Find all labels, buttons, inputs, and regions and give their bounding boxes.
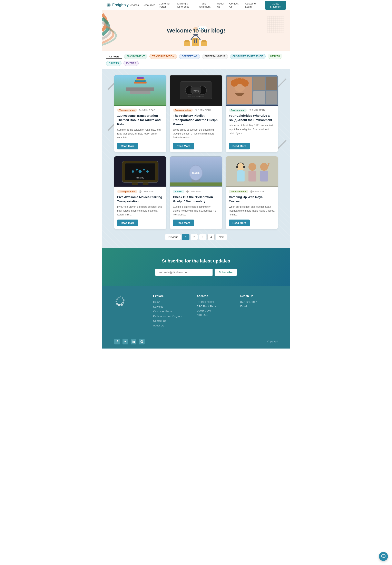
card-2-read-time: 1 MIN READ [195, 109, 211, 111]
svg-rect-6 [193, 38, 198, 40]
linkedin-icon[interactable] [131, 339, 136, 344]
card-3-tag: Environment [229, 108, 247, 112]
card-2-excerpt: We're proud to sponsor the upcoming Guel… [173, 128, 219, 140]
card-5-body: Sports 1 MIN READ Check Out the "Celebra… [170, 187, 222, 229]
pagination-next-button[interactable]: Next [216, 234, 227, 240]
filter-customer-experience[interactable]: CUSTOMER EXPERIENCE [230, 54, 266, 59]
svg-point-63 [136, 168, 138, 170]
card-2-read-more-button[interactable]: Read More [173, 143, 194, 149]
nav-about[interactable]: About Us [217, 2, 226, 8]
svg-rect-68 [132, 182, 138, 185]
card-1-meta: Transportation 3 MIN READ [117, 108, 163, 112]
svg-line-33 [140, 110, 141, 111]
card-5-read-more-button[interactable]: Read More [173, 220, 194, 226]
blog-card-1: Transportation 3 MIN READ 12 Awesome Tra… [114, 75, 166, 152]
subscribe-button[interactable]: Subscribe [215, 268, 237, 276]
pagination-page-3-button[interactable]: 3 [199, 234, 206, 240]
card-1-tag: Transportation [117, 108, 137, 112]
card-6-read-more-button[interactable]: Read More [229, 220, 250, 226]
svg-text:Freightzy: Freightzy [136, 177, 144, 179]
subscribe-email-input[interactable] [155, 268, 212, 276]
footer-email-link[interactable]: Email [240, 305, 278, 308]
subscribe-form: Subscribe [106, 268, 286, 276]
twitter-icon[interactable] [123, 339, 128, 344]
nav-track-shipment[interactable]: Track Shipment [199, 2, 213, 8]
svg-rect-90 [260, 171, 268, 181]
svg-rect-106 [132, 341, 133, 342]
svg-point-98 [123, 299, 125, 301]
card-1-read-more-button[interactable]: Read More [117, 143, 138, 149]
footer-link-services[interactable]: Services [153, 305, 191, 308]
card-3-body: Environment 1 MIN READ Four Celebrities … [226, 106, 278, 152]
card-3-meta: Environment 1 MIN READ [229, 108, 275, 112]
footer-address-col: Address PO Box 20009 RPO Root Plaza Guel… [196, 294, 234, 329]
card-4-meta: Transportation 2 MIN READ [117, 190, 163, 193]
card-4-image: Freightzy [114, 156, 166, 187]
nav-resources[interactable]: Resources [142, 3, 155, 7]
blog-card-5: Guelph Sports 1 MIN READ Check Out the "… [170, 156, 222, 229]
svg-rect-88 [249, 171, 256, 181]
svg-rect-45 [253, 77, 265, 90]
nav-contact[interactable]: Contact Us [229, 2, 239, 8]
pagination-page-4-button[interactable]: 4 [208, 234, 215, 240]
filter-events[interactable]: EVENTS [124, 61, 139, 66]
svg-line-43 [196, 110, 196, 111]
filter-health[interactable]: HEALTH [268, 54, 282, 59]
instagram-icon[interactable] [139, 339, 145, 344]
card-3-read-time: 1 MIN READ [249, 109, 265, 111]
card-3-image [226, 75, 278, 106]
clock-icon [139, 190, 141, 193]
nav-customer-portal[interactable]: Customer Portal [159, 2, 174, 8]
filter-environment[interactable]: ENVIRONMENT [124, 54, 147, 59]
footer: Explore Home Services Customer Portal Ca… [102, 286, 290, 349]
filter-offsetting[interactable]: OFFSETTING [179, 54, 200, 59]
customer-login-link[interactable]: Customer Login [245, 2, 260, 8]
card-2-tag: Transportation [173, 108, 193, 112]
footer-bottom: Copyright [114, 335, 278, 344]
nav-making-difference[interactable]: Making a Difference [177, 2, 196, 8]
svg-point-97 [122, 297, 123, 299]
filter-all-posts[interactable]: All Posts [106, 54, 122, 59]
card-3-excerpt: In honour of Earth Day 2022, we wanted t… [229, 124, 275, 140]
logo-text: Freightzy [112, 3, 129, 7]
pagination-page-1-button[interactable]: 1 [182, 234, 189, 240]
svg-rect-84 [237, 171, 244, 181]
card-3-read-more-button[interactable]: Read More [229, 143, 250, 149]
svg-line-81 [187, 192, 188, 192]
card-6-tag: Entertainment [229, 190, 248, 193]
svg-point-99 [122, 301, 124, 304]
nav-links: Services Resources Customer Portal Makin… [129, 0, 286, 10]
svg-point-55 [241, 79, 249, 87]
card-6-read-time: 6 MIN READ [250, 190, 266, 193]
card-4-tag: Transportation [117, 190, 137, 193]
facebook-icon[interactable] [114, 339, 120, 344]
blog-card-3: Environment 1 MIN READ Four Celebrities … [226, 75, 278, 152]
footer-link-carbon-neutral[interactable]: Carbon Neutral Program [153, 315, 191, 318]
filter-entertainment[interactable]: ENTERTAINMENT [202, 54, 228, 59]
card-5-excerpt: Guelph is an incredible community—there'… [173, 205, 219, 217]
svg-point-92 [267, 163, 269, 165]
clock-icon [195, 109, 197, 111]
nav-services[interactable]: Services [129, 3, 139, 7]
svg-line-58 [250, 110, 251, 111]
hero-title: Welcome to our blog! [167, 27, 225, 34]
hero-grid-decoration [267, 16, 284, 33]
footer-address-line4: N1H 0C4 [196, 313, 234, 316]
pagination-page-2-button[interactable]: 2 [191, 234, 198, 240]
card-4-read-more-button[interactable]: Read More [117, 220, 138, 226]
logo-icon [106, 3, 111, 8]
footer-link-about[interactable]: About Us [153, 324, 191, 327]
pagination-previous-button[interactable]: Previous [165, 234, 181, 240]
quote-shipment-button[interactable]: Quote Shipment [265, 0, 286, 10]
svg-rect-4 [185, 40, 189, 42]
svg-rect-26 [130, 91, 150, 94]
footer-link-customer-portal[interactable]: Customer Portal [153, 310, 191, 313]
svg-point-103 [115, 301, 117, 302]
filter-transportation[interactable]: TRANSPORTATION [149, 54, 177, 59]
footer-link-home[interactable]: Home [153, 300, 191, 304]
svg-rect-46 [266, 77, 277, 90]
footer-link-contact[interactable]: Contact Us [153, 319, 191, 322]
svg-rect-5 [192, 39, 199, 46]
svg-point-105 [118, 297, 120, 298]
filter-sports[interactable]: SPORTS [106, 61, 122, 66]
